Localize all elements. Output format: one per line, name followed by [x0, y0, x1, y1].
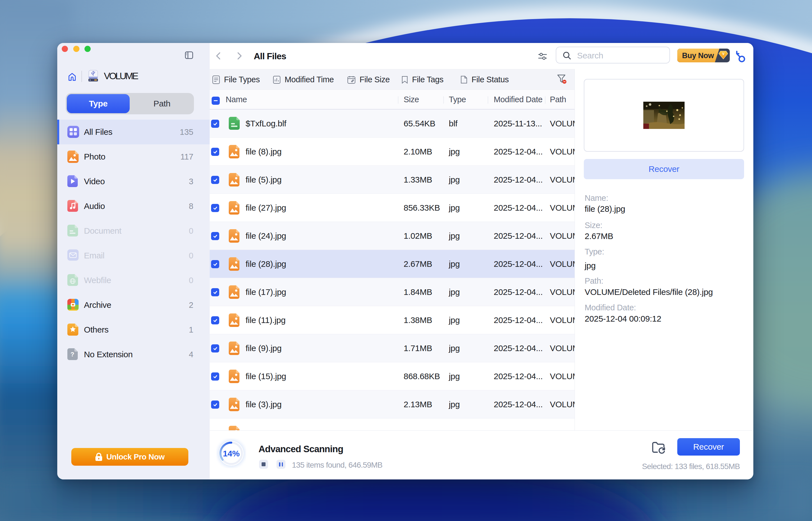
- svg-text:14%: 14%: [223, 449, 240, 458]
- svg-text:?: ?: [70, 351, 74, 358]
- svg-text:V: V: [722, 52, 724, 56]
